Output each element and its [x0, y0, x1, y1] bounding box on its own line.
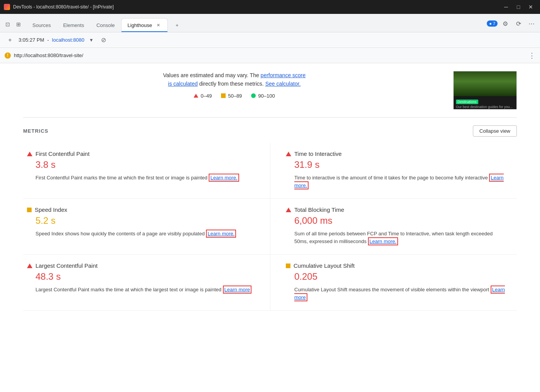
- devtools-icon: [4, 4, 10, 10]
- metrics-label: METRICS: [23, 128, 49, 134]
- metric-tbt-learn-more[interactable]: Learn more.: [368, 237, 398, 245]
- metric-si-title: Speed Index: [35, 206, 67, 213]
- add-icon[interactable]: +: [5, 35, 15, 46]
- thumbnail-caption: Our best destination guides for you...: [456, 105, 514, 109]
- metric-si-desc: Speed Index shows how quickly the conten…: [35, 230, 255, 238]
- top-description: Values are estimated and may vary. The p…: [23, 71, 446, 110]
- see-calculator-link[interactable]: See calculator.: [265, 81, 301, 87]
- metric-tbt-value: 6,000 ms: [294, 215, 505, 226]
- metrics-grid: First Contentful Paint 3.8 s First Conte…: [23, 143, 517, 311]
- metric-cls-title-row: Cumulative Layout Shift: [286, 262, 505, 269]
- tabbar: ⊡ ⊞ Sources Elements Console Lighthouse …: [0, 14, 540, 32]
- metric-fcp-icon: [27, 152, 32, 156]
- legend-green: 90–100: [251, 93, 275, 99]
- desc-text: Values are estimated and may vary. The: [163, 72, 261, 78]
- divider: [23, 117, 517, 118]
- tab-add-button[interactable]: +: [169, 18, 185, 32]
- legend-red-icon: [194, 94, 198, 98]
- main-content: Values are estimated and may vary. The p…: [0, 63, 540, 392]
- metric-si: Speed Index 5.2 s Speed Index shows how …: [23, 199, 270, 255]
- tab-sources[interactable]: Sources: [26, 18, 57, 32]
- collapse-view-button[interactable]: Collapse view: [473, 125, 517, 137]
- legend: 0–49 50–89 90–100: [23, 93, 446, 99]
- titlebar-title: DevTools - localhost:8080/travel-site/ -…: [13, 4, 498, 10]
- tab-right-icons: ● 7 ⚙ ⟳ ⋯: [487, 18, 537, 32]
- urlbar-more-button[interactable]: ⋮: [528, 51, 535, 60]
- metric-tti-value: 31.9 s: [294, 159, 505, 170]
- tab-elements[interactable]: Elements: [57, 18, 90, 32]
- tab-lighthouse[interactable]: Lighthouse ✕: [121, 18, 168, 32]
- metric-tti-title: Time to Interactive: [294, 150, 342, 157]
- tab-lighthouse-label: Lighthouse: [128, 22, 152, 28]
- close-button[interactable]: ✕: [525, 2, 536, 12]
- metric-si-learn-more[interactable]: Learn more.: [206, 230, 236, 238]
- notification-count: 7: [493, 21, 495, 26]
- metric-cls-title: Cumulative Layout Shift: [294, 262, 354, 269]
- toolbar-url[interactable]: localhost:8080: [52, 37, 84, 43]
- legend-green-icon: [251, 93, 256, 98]
- metric-cls-desc: Cumulative Layout Shift measures the mov…: [294, 286, 505, 301]
- legend-red-label: 0–49: [201, 93, 212, 99]
- metric-tti-icon: [286, 152, 291, 156]
- metric-cls-icon: [286, 264, 290, 268]
- legend-orange-label: 50–89: [228, 93, 242, 99]
- metric-fcp-desc: First Contentful Paint marks the time at…: [35, 174, 255, 182]
- legend-orange: 50–89: [221, 93, 242, 99]
- more-icon[interactable]: ⋯: [526, 18, 537, 29]
- metric-lcp-title: Largest Contentful Paint: [35, 262, 98, 269]
- desc-middle: directly from these metrics.: [199, 81, 265, 87]
- tab-lighthouse-close[interactable]: ✕: [155, 22, 161, 28]
- titlebar: DevTools - localhost:8080/travel-site/ -…: [0, 0, 540, 14]
- metric-fcp-title: First Contentful Paint: [35, 150, 89, 157]
- urlbar: ! http://localhost:8080/travel-site/ ⋮: [0, 48, 540, 63]
- window-controls: ─ □ ✕: [501, 2, 536, 12]
- cast-button[interactable]: ⊡: [3, 20, 12, 29]
- minimize-button[interactable]: ─: [501, 2, 511, 12]
- notification-badge[interactable]: ● 7: [487, 20, 498, 27]
- metric-cls: Cumulative Layout Shift 0.205 Cumulative…: [270, 255, 517, 311]
- metric-fcp-title-row: First Contentful Paint: [27, 150, 255, 157]
- metric-tbt-title-row: Total Blocking Time: [286, 206, 505, 213]
- metric-tbt-icon: [286, 208, 291, 212]
- metric-lcp-learn-more[interactable]: Learn more: [223, 286, 251, 294]
- ban-icon[interactable]: ⊘: [98, 35, 109, 46]
- metric-fcp: First Contentful Paint 3.8 s First Conte…: [23, 143, 270, 199]
- toolbar-dropdown[interactable]: ▼: [89, 37, 94, 43]
- metric-tti: Time to Interactive 31.9 s Time to inter…: [270, 143, 517, 199]
- thumbnail-bottom: Destinations Our best destination guides…: [454, 96, 516, 110]
- security-icon: !: [5, 52, 11, 59]
- metrics-header: METRICS Collapse view: [23, 125, 517, 137]
- metric-lcp-value: 48.3 s: [35, 271, 255, 282]
- tab-sources-label: Sources: [32, 22, 51, 28]
- tab-console[interactable]: Console: [90, 18, 121, 32]
- legend-green-label: 90–100: [258, 93, 275, 99]
- metric-fcp-learn-more[interactable]: Learn more.: [209, 174, 239, 182]
- toolbar: + 3:05:27 PM - localhost:8080 ▼ ⊘: [0, 32, 540, 48]
- metric-lcp: Largest Contentful Paint 48.3 s Largest …: [23, 255, 270, 311]
- metric-tbt: Total Blocking Time 6,000 ms Sum of all …: [270, 199, 517, 255]
- thumbnail: Destinations Our best destination guides…: [453, 71, 517, 110]
- metric-tbt-title: Total Blocking Time: [294, 206, 344, 213]
- top-section: Values are estimated and may vary. The p…: [23, 63, 517, 113]
- restore-button[interactable]: □: [513, 2, 524, 12]
- sync-icon[interactable]: ⟳: [513, 18, 524, 29]
- toolbar-time: 3:05:27 PM: [19, 37, 44, 43]
- metric-lcp-title-row: Largest Contentful Paint: [27, 262, 255, 269]
- settings-icon[interactable]: ⚙: [500, 18, 511, 29]
- metric-lcp-icon: [27, 264, 32, 268]
- tab-add-icon: +: [176, 22, 179, 28]
- metric-tti-title-row: Time to Interactive: [286, 150, 505, 157]
- metric-cls-value: 0.205: [294, 271, 505, 282]
- urlbar-text: http://localhost:8080/travel-site/: [14, 52, 525, 58]
- metric-si-icon: [27, 208, 32, 212]
- thumbnail-image: [454, 71, 516, 96]
- thumbnail-badge: Destinations: [456, 100, 478, 104]
- legend-orange-icon: [221, 93, 226, 98]
- metric-si-value: 5.2 s: [35, 215, 255, 226]
- tab-console-label: Console: [96, 22, 115, 28]
- device-toggle-button[interactable]: ⊞: [14, 20, 23, 29]
- notification-icon: ●: [489, 21, 492, 26]
- tab-elements-label: Elements: [63, 22, 84, 28]
- metric-fcp-value: 3.8 s: [35, 159, 255, 170]
- metric-si-title-row: Speed Index: [27, 206, 255, 213]
